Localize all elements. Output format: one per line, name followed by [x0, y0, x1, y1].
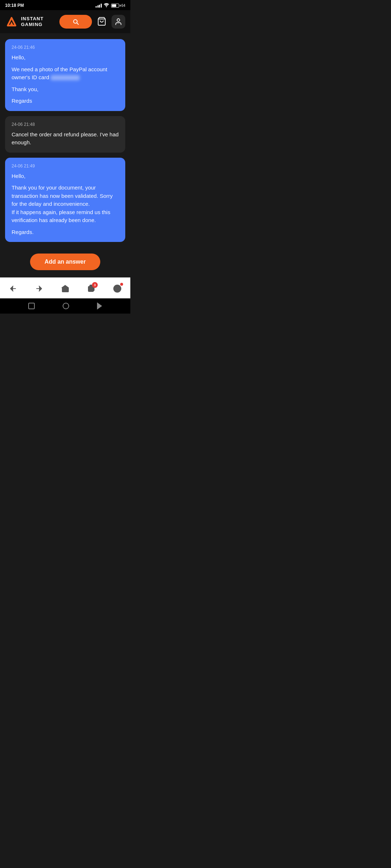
message-time-2: 24-06 21:48 [12, 122, 119, 127]
user-icon [114, 18, 122, 26]
nav-profile-button[interactable] [110, 281, 125, 296]
cart-button[interactable] [96, 15, 108, 29]
add-answer-button[interactable]: Add an answer [30, 254, 100, 270]
android-recents-button[interactable] [28, 303, 35, 309]
battery-icon: 64 [111, 4, 125, 8]
cart-icon [97, 17, 106, 26]
wifi-icon [104, 3, 109, 8]
android-back-button[interactable] [97, 302, 102, 310]
message-card-support-1: 24-06 21:46 Hello, We need a photo of th… [5, 39, 125, 111]
profile-badge [120, 283, 123, 286]
message-time-1: 24-06 21:46 [12, 45, 119, 50]
back-icon [9, 284, 17, 293]
home-icon [61, 284, 70, 293]
logo-area: INSTANT GAMING [5, 15, 56, 28]
signal-icon [96, 3, 102, 8]
status-time: 10:18 PM [5, 3, 24, 8]
android-home-button[interactable] [63, 303, 69, 309]
message-card-support-2: 24-06 21:49 Hello, Thank you for your do… [5, 158, 125, 242]
add-answer-area: Add an answer [0, 248, 130, 277]
svg-point-4 [117, 19, 119, 21]
message-text-1: Hello, We need a photo of the PayPal acc… [12, 54, 119, 105]
android-bar [0, 298, 130, 314]
bottom-nav: 3 [0, 277, 130, 298]
header: INSTANT GAMING [0, 10, 130, 33]
logo-text: INSTANT GAMING [21, 16, 43, 27]
android-back-icon [97, 302, 102, 310]
battery-level: 64 [121, 4, 125, 8]
profile-icon [113, 284, 122, 293]
header-icons [96, 15, 125, 29]
message-text-3: Hello, Thank you for your document, your… [12, 172, 119, 237]
chat-container: 24-06 21:46 Hello, We need a photo of th… [0, 33, 130, 248]
nav-back-button[interactable] [6, 281, 20, 296]
search-icon [72, 18, 79, 25]
status-bar: 10:18 PM 64 [0, 0, 130, 10]
svg-point-0 [106, 6, 107, 7]
recents-icon [28, 303, 35, 309]
message-text-2: Cancel the order and refund please. I've… [12, 131, 119, 147]
blurred-content [51, 75, 80, 80]
forward-icon [35, 284, 43, 293]
status-icons: 64 [96, 3, 125, 8]
nav-forward-button[interactable] [32, 281, 46, 296]
logo-icon [5, 15, 18, 28]
user-button[interactable] [112, 15, 125, 29]
message-time-3: 24-06 21:49 [12, 163, 119, 169]
search-button[interactable] [59, 15, 92, 29]
nav-tabs-button[interactable]: 3 [84, 281, 98, 296]
nav-home-button[interactable] [58, 281, 72, 296]
android-home-icon [63, 303, 69, 309]
tabs-badge: 3 [92, 282, 98, 288]
message-card-user-1: 24-06 21:48 Cancel the order and refund … [5, 116, 125, 153]
